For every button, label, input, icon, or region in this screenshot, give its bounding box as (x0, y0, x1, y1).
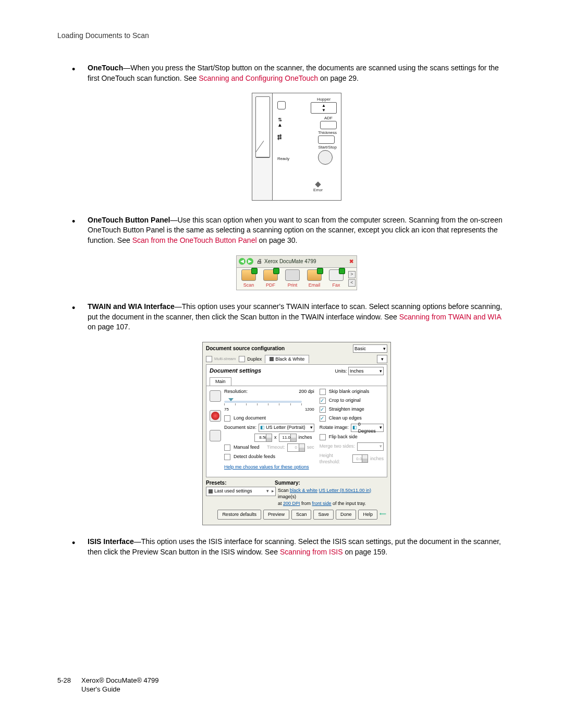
straighten-label: Straighten image (329, 406, 364, 413)
side-icon-3[interactable] (210, 430, 221, 441)
btn-help[interactable]: Help (358, 510, 377, 520)
xref-link[interactable]: Scanning from ISIS (280, 548, 343, 556)
tail: on page 29. (318, 74, 359, 82)
units-label: Units: (335, 368, 347, 374)
resolution-value: 200 dpi (299, 388, 314, 395)
straighten-checkbox[interactable] (320, 406, 326, 413)
nav-prev-icon[interactable]: ◀ (239, 258, 246, 265)
panel-item-print[interactable]: Print (282, 269, 303, 289)
preset-select[interactable]: Last used settings (206, 487, 276, 496)
height-spin[interactable]: 11.00 (279, 434, 297, 442)
printer-icon: 🖨 (256, 257, 262, 265)
tab-bw[interactable]: Black & White (265, 355, 309, 363)
hopper-buttons: ▲▼ (311, 102, 337, 114)
twain-dialog: Document source configuration Basic▾ Mul… (202, 342, 391, 525)
tail: on page 30. (257, 236, 298, 244)
help-link[interactable]: Help me choose values for these options (224, 464, 309, 471)
btn-preview[interactable]: Preview (263, 510, 289, 520)
dblfeed-label: Detect double feeds (234, 453, 275, 460)
xref-link[interactable]: Scan from the OneTouch Button Panel (132, 236, 257, 244)
skipblank-checkbox[interactable] (320, 389, 326, 395)
heightth-unit: inches (370, 455, 384, 462)
doc-icon (277, 101, 286, 109)
flip-label: Flip back side (329, 434, 358, 440)
page-footer: 5-28 Xerox® DocuMate® 4799 User's Guide (57, 676, 159, 694)
heightth-label: Height threshold: (320, 452, 350, 465)
label-error: Error (302, 182, 334, 193)
mode-select[interactable]: Basic▾ (353, 344, 387, 353)
term: OneTouch Button Panel (88, 216, 170, 224)
tab-main[interactable]: Main (210, 377, 231, 386)
page-header: Loading Documents to Scan (57, 31, 506, 40)
footer-line1: Xerox® DocuMate® 4799 (81, 676, 159, 685)
bullet-twain: TWAIN and WIA Interface—This option uses… (72, 302, 506, 525)
section-title: Document settings (210, 367, 261, 375)
rotate-select[interactable]: ◧ 0 Degrees▾ (351, 424, 384, 432)
btn-restore[interactable]: Restore defaults (217, 510, 261, 520)
label-ready: Ready (277, 156, 289, 162)
label-thickness: Thickness (318, 130, 337, 135)
panel-item-pdf[interactable]: PDF (260, 269, 282, 289)
resolution-slider[interactable] (224, 397, 314, 406)
dblfeed-checkbox[interactable] (224, 454, 230, 460)
duplex-checkbox[interactable]: Duplex (239, 356, 262, 363)
term: TWAIN and WIA Interface (88, 302, 175, 311)
merge-label: Merge two sides: (320, 443, 355, 450)
rotate-label: Rotate image: (320, 424, 349, 431)
btn-done[interactable]: Done (336, 510, 357, 520)
bullet-onetouch-panel: OneTouch Button Panel—Use this scan opti… (72, 215, 506, 290)
scroll-right-icon[interactable]: > (348, 271, 356, 278)
side-icon-2[interactable] (210, 410, 221, 422)
xref-link[interactable]: Scanning from TWAIN and WIA (399, 313, 501, 321)
merge-select: ▾ (357, 442, 384, 451)
onetouch-panel: ◀ ▶ 🖨 Xerox DocuMate 4799 ✖ Scan (236, 255, 357, 291)
label-adf: ADF (320, 115, 337, 121)
term: ISIS Interface (88, 537, 134, 546)
scroll-left-icon[interactable]: < (348, 279, 356, 287)
res-max: 1200 (305, 406, 314, 412)
panel-item-fax[interactable]: Fax (325, 269, 347, 289)
flip-checkbox[interactable] (320, 434, 326, 440)
startstop-button-icon (318, 150, 333, 165)
dlg-title: Document source configuration (206, 345, 353, 352)
side-icon-1[interactable] (210, 390, 221, 402)
long-doc-label: Long document (234, 415, 266, 422)
panel-item-scan[interactable]: Scan (238, 269, 260, 289)
thickness-side-icon: ⇄⇄ (277, 134, 282, 140)
footer-line2: User's Guide (81, 685, 159, 694)
cleanedges-label: Clean up edges (329, 415, 362, 422)
resolution-label: Resolution: (224, 388, 248, 395)
skipblank-label: Skip blank originals (329, 388, 370, 395)
tab-overflow[interactable]: ▾ (377, 355, 387, 363)
xref-link[interactable]: Scanning and Configuring OneTouch (199, 74, 318, 82)
manualfeed-checkbox[interactable] (224, 445, 230, 451)
timeout-unit: sec (307, 444, 314, 451)
term: OneTouch (88, 64, 123, 72)
label-hopper: Hopper (311, 96, 337, 102)
long-doc-checkbox[interactable] (224, 415, 230, 422)
nav-next-icon[interactable]: ▶ (247, 258, 253, 265)
crop-checkbox[interactable] (320, 398, 326, 404)
panel-title: Xerox DocuMate 4799 (264, 258, 348, 265)
bullet-onetouch: OneTouch—When you press the Start/Stop b… (72, 63, 506, 204)
tail: on page 159. (343, 548, 388, 556)
timeout-spin: 0 (287, 443, 305, 452)
multistream-checkbox[interactable]: Multi-stream (206, 356, 236, 362)
btn-save[interactable]: Save (313, 510, 334, 520)
crop-label: Crop to original (329, 397, 361, 404)
docsize-label: Document size: (224, 424, 256, 431)
units-select[interactable]: Inches▾ (348, 367, 384, 375)
scanner-diagram: Hopper ▲▼ ⇅▲ ADF (252, 93, 341, 201)
back-arrow-icon[interactable]: ⟸ (380, 511, 387, 519)
adf-side-icon: ⇅▲ (277, 117, 283, 128)
btn-scan[interactable]: Scan (291, 510, 312, 520)
panel-item-email[interactable]: Email (303, 269, 325, 289)
heightth-spin: 0.00 (352, 454, 368, 463)
cleanedges-checkbox[interactable] (320, 415, 326, 422)
timeout-label: Timeout: (267, 444, 285, 451)
width-spin[interactable]: 8.50 (254, 434, 272, 442)
bullet-isis: ISIS Interface—This option uses the ISIS… (72, 537, 506, 557)
docsize-select[interactable]: ◧ US Letter (Portrait)▾ (259, 424, 314, 432)
close-icon[interactable]: ✖ (348, 258, 354, 265)
summary-text: Scan black & white US Letter (8.50x11.00… (278, 487, 387, 507)
